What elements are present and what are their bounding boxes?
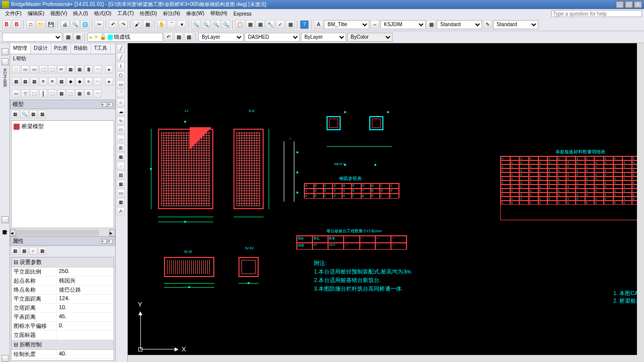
tb-more-1[interactable]: ▸: [105, 65, 113, 73]
zoom-prev-button[interactable]: 🔍: [221, 20, 230, 29]
revcloud-tool[interactable]: ☁: [117, 108, 125, 116]
props-grid[interactable]: ⊟ 设置参数平立面比例250.起点名称韩国兴终点名称坡巴公路平立面距离124.立…: [11, 257, 114, 361]
tb15[interactable]: ✕: [48, 77, 56, 85]
calc-button[interactable]: ▦: [286, 20, 295, 29]
prop-row[interactable]: 平立面距离124.: [12, 295, 114, 304]
preview-button[interactable]: 🔍: [70, 20, 79, 29]
tab-design[interactable]: D设计: [31, 43, 51, 54]
spline-tool[interactable]: ∿: [117, 117, 125, 125]
tb28[interactable]: ▦: [75, 89, 84, 98]
tab-assist[interactable]: B辅助: [71, 43, 91, 54]
open-button[interactable]: 📁: [36, 20, 45, 29]
fl-btn-2[interactable]: [2, 58, 9, 65]
region-tool[interactable]: ▭: [117, 189, 125, 197]
prop-row[interactable]: 平立面比例250.: [12, 267, 114, 277]
close-panel-icon[interactable]: ×: [108, 102, 113, 107]
table-style-icon[interactable]: ▦: [427, 20, 436, 29]
ellipsearc-tool[interactable]: ⌓: [117, 135, 125, 143]
mt3[interactable]: ▦: [29, 110, 37, 118]
prop-val[interactable]: 10.: [57, 304, 114, 312]
prop-val[interactable]: 0.: [57, 322, 114, 330]
block-button[interactable]: ▦: [143, 20, 152, 29]
model-tree[interactable]: 桥梁模型: [11, 120, 114, 228]
tb27[interactable]: ⬚: [66, 89, 74, 98]
sheet-button[interactable]: ▦: [256, 20, 265, 29]
polygon-tool[interactable]: ⬠: [117, 71, 125, 79]
tb-more-2[interactable]: ▸: [105, 77, 113, 85]
pin-icon[interactable]: ▪: [102, 102, 107, 107]
circle-tool[interactable]: ○: [117, 99, 125, 107]
tb23[interactable]: ⬚: [30, 89, 38, 98]
tb22[interactable]: ▽: [21, 89, 29, 98]
prop-val[interactable]: 韩国兴: [57, 277, 114, 285]
zoom-rt-button[interactable]: 🔍: [191, 20, 200, 29]
prop-val[interactable]: 124.: [57, 295, 114, 303]
menu-dim[interactable]: 标注(N): [160, 10, 183, 17]
layer-iso-button[interactable]: ▦: [174, 33, 183, 42]
cut-button[interactable]: ✂: [95, 20, 104, 29]
layer-walk-button[interactable]: ▦: [184, 33, 193, 42]
text-style-select[interactable]: BM_Title: [324, 20, 369, 29]
xline-tool[interactable]: ╱: [117, 53, 125, 61]
tree-root[interactable]: 桥梁模型: [14, 123, 112, 130]
drawing-canvas[interactable]: I-I II-II ○: [128, 43, 644, 362]
canvas-vscroll[interactable]: [637, 43, 644, 355]
tb11[interactable]: ▦: [12, 77, 20, 85]
prop-row[interactable]: 侧单控制阈度800.: [12, 359, 114, 361]
gradient-tool[interactable]: ▦: [117, 180, 125, 188]
menu-help[interactable]: 帮助(H): [207, 10, 230, 17]
prop-row[interactable]: 平表距离45.: [12, 313, 114, 322]
prop-row[interactable]: 图框水平偏移0.: [12, 322, 114, 331]
tb29[interactable]: ⚙: [85, 89, 93, 98]
mls-style-select[interactable]: Standard: [493, 20, 538, 29]
prop-val[interactable]: 40.: [57, 350, 114, 358]
fl-btn-3[interactable]: [2, 216, 9, 223]
block-tool[interactable]: ▦: [117, 153, 125, 161]
pt4[interactable]: ▦: [38, 247, 46, 255]
fl-btn-4[interactable]: [2, 355, 9, 362]
publish-button[interactable]: 🌐: [80, 20, 90, 29]
menu-format[interactable]: 格式(O): [91, 10, 114, 17]
layer-prev-button[interactable]: ↶: [164, 33, 173, 42]
layer-states-button[interactable]: ▦: [73, 33, 83, 42]
tb30[interactable]: ⋯: [94, 89, 102, 98]
help-button[interactable]: ?: [300, 20, 309, 29]
pt1[interactable]: ▦: [11, 247, 19, 255]
tab-tools[interactable]: T工具: [91, 43, 111, 54]
save-button[interactable]: 💾: [46, 20, 55, 29]
mt2[interactable]: 🔍: [20, 110, 28, 118]
menu-edit[interactable]: 编辑(E): [25, 10, 47, 17]
prop-row[interactable]: 终点名称坡巴公路: [12, 286, 114, 295]
close-button[interactable]: ×: [634, 1, 642, 8]
insert-tool[interactable]: ⊞: [117, 144, 125, 152]
tb8[interactable]: ▦: [75, 65, 84, 73]
prop-row[interactable]: 立面标题: [12, 331, 114, 340]
tree-hscroll[interactable]: ◂ ▸: [10, 229, 115, 236]
layer-dropdown[interactable]: ● ☀ 🔓 细虚线: [88, 33, 163, 42]
table-tool[interactable]: ▦: [117, 198, 125, 206]
undo-button[interactable]: ↶: [109, 20, 118, 29]
maximize-button[interactable]: □: [625, 1, 633, 8]
tb18[interactable]: ◆: [75, 77, 84, 85]
tb5[interactable]: ⬚: [48, 65, 56, 73]
prop-val[interactable]: 45.: [57, 313, 114, 321]
pt3[interactable]: ✓: [29, 247, 37, 255]
bm-btn-2[interactable]: B: [12, 20, 21, 29]
pan-button[interactable]: ✋: [157, 20, 166, 29]
prop-group-header[interactable]: ⊟ 设置参数: [12, 257, 114, 267]
tb7[interactable]: ▦: [66, 65, 74, 73]
prop-val[interactable]: [57, 331, 114, 339]
design-button[interactable]: ▦: [246, 20, 255, 29]
prop-val[interactable]: 250.: [57, 267, 114, 276]
menu-view[interactable]: 视图(V): [47, 10, 70, 17]
redo-button[interactable]: ↷: [119, 20, 128, 29]
props-button[interactable]: 📋: [235, 20, 245, 29]
color-select[interactable]: ByLayer: [198, 33, 244, 42]
tb6[interactable]: ✂: [57, 65, 65, 73]
mark-button[interactable]: ✓: [276, 20, 285, 29]
dim-style-select[interactable]: KSJDIM: [380, 20, 426, 29]
pin-icon-2[interactable]: ▪: [102, 239, 107, 244]
tb9[interactable]: 🗑: [85, 65, 93, 73]
point-tool[interactable]: ·: [117, 162, 125, 170]
prop-val[interactable]: 坡巴公路: [57, 286, 114, 294]
